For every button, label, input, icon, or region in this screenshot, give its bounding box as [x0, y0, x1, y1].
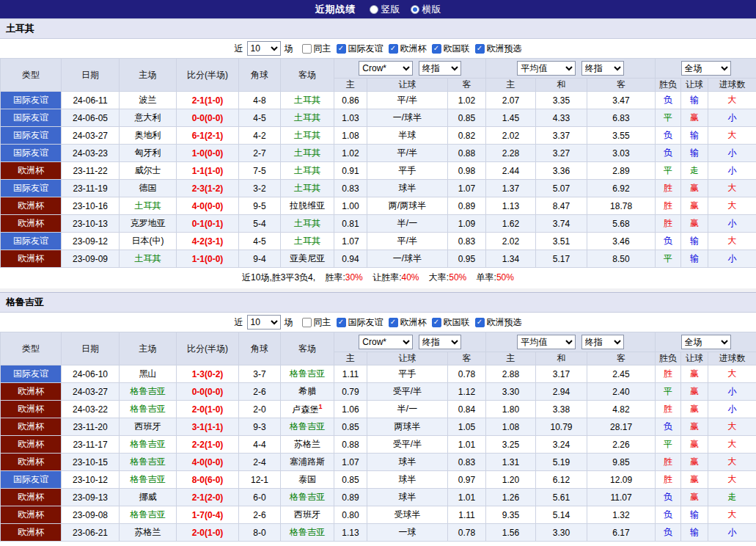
recent-count-select[interactable]: 10 — [247, 41, 281, 56]
league-type-cell: 国际友谊 — [1, 233, 62, 250]
score-cell[interactable]: 8-0(6-0) — [177, 471, 239, 489]
score-cell[interactable]: 0-1(0-1) — [177, 215, 239, 233]
euro-final-odds-select[interactable]: 终指 — [581, 61, 624, 76]
home-team-cell: 格鲁吉亚 — [120, 454, 177, 471]
score-cell[interactable]: 4-0(0-0) — [177, 454, 239, 471]
euro-final-odds-select[interactable]: 终指 — [581, 335, 624, 349]
euro-away-odds-cell: 11.07 — [587, 489, 656, 506]
score-cell[interactable]: 1-1(0-0) — [177, 250, 239, 268]
away-team-cell: 土耳其 — [281, 109, 334, 127]
layout-radio-option[interactable]: 竖版 — [370, 3, 400, 16]
result-wdl-cell: 负 — [656, 233, 681, 250]
score-cell[interactable]: 3-1(1-1) — [177, 418, 239, 436]
score-cell[interactable]: 4-2(3-1) — [177, 233, 239, 250]
corner-cell: 2-6 — [239, 383, 281, 401]
filter-option[interactable]: 同主 — [302, 316, 331, 329]
handicap-home-odds-cell: 1.07 — [334, 454, 367, 471]
filter-option[interactable]: 欧国联 — [432, 316, 470, 329]
corner-cell: 4-8 — [239, 92, 281, 109]
col-header-date: 日期 — [62, 332, 120, 365]
match-row: 欧洲杯24-03-22格鲁吉亚2-0(1-0)2-0卢森堡11.06半/一0.8… — [1, 401, 756, 418]
handicap-home-odds-cell: 0.85 — [334, 418, 367, 436]
bookmaker-select[interactable]: Crow* — [359, 335, 413, 349]
checkbox-icon — [475, 318, 485, 327]
score-cell[interactable]: 1-1(1-0) — [177, 162, 239, 180]
euro-away-odds-cell: 3.47 — [587, 92, 656, 109]
euro-away-odds-cell: 28.17 — [587, 418, 656, 436]
score-cell[interactable]: 0-0(0-0) — [177, 109, 239, 127]
handicap-home-odds-cell: 1.02 — [334, 145, 367, 162]
euro-away-odds-cell: 2.26 — [587, 436, 656, 454]
filter-option[interactable]: 国际友谊 — [337, 43, 383, 55]
league-type-cell: 国际友谊 — [1, 180, 62, 197]
filter-option-label: 国际友谊 — [348, 43, 383, 55]
away-team-cell: 格鲁吉亚 — [281, 365, 334, 383]
score-cell[interactable]: 2-0(1-0) — [177, 524, 239, 542]
filter-option[interactable]: 同主 — [302, 43, 331, 55]
handicap-home-odds-cell: 0.86 — [334, 92, 367, 109]
result-handicap-cell: 输 — [681, 233, 708, 250]
match-row: 国际友谊24-03-23匈牙利1-0(0-0)2-7土耳其1.02平/半0.88… — [1, 145, 756, 162]
col-header-type: 类型 — [1, 59, 62, 92]
league-type-cell: 欧洲杯 — [1, 524, 62, 542]
filter-option[interactable]: 欧国联 — [432, 43, 470, 55]
handicap-home-odds-cell: 0.80 — [334, 506, 367, 524]
handicap-away-odds-cell: 1.09 — [448, 215, 486, 233]
score-cell[interactable]: 1-3(0-2) — [177, 365, 239, 383]
result-wdl-cell: 负 — [656, 524, 681, 542]
average-odds-select[interactable]: 平均值 — [517, 61, 576, 76]
score-cell[interactable]: 0-0(0-0) — [177, 383, 239, 401]
score-cell[interactable]: 2-1(1-0) — [177, 92, 239, 109]
match-scope-select[interactable]: 全场 — [681, 61, 731, 76]
filter-option[interactable]: 国际友谊 — [337, 316, 383, 329]
filter-option[interactable]: 欧洲杯 — [389, 43, 427, 55]
euro-draw-odds-cell: 8.47 — [536, 197, 587, 215]
subcol-euro-away: 客 — [587, 352, 656, 365]
handicap-away-odds-cell: 0.88 — [448, 145, 486, 162]
euro-draw-odds-cell: 3.37 — [536, 127, 587, 145]
score-cell[interactable]: 4-0(0-0) — [177, 197, 239, 215]
away-team-cell: 格鲁吉亚 — [281, 524, 334, 542]
filter-option-label: 欧洲预选 — [487, 43, 522, 55]
match-scope-select[interactable]: 全场 — [681, 335, 731, 349]
recent-count-select[interactable]: 10 — [247, 315, 281, 330]
result-handicap-cell: 输 — [681, 524, 708, 542]
corner-cell: 4-2 — [239, 127, 281, 145]
result-goals-cell: 大 — [708, 127, 756, 145]
layout-radio-option[interactable]: 横版 — [411, 3, 441, 16]
euro-away-odds-cell: 8.50 — [587, 250, 656, 268]
league-type-cell: 国际友谊 — [1, 145, 62, 162]
filter-option[interactable]: 欧洲预选 — [475, 316, 522, 329]
filter-option[interactable]: 欧洲杯 — [389, 316, 427, 329]
team-name-header: 土耳其 — [0, 18, 756, 39]
away-team-cell: 泰国 — [281, 471, 334, 489]
filter-option[interactable]: 欧洲预选 — [475, 43, 522, 55]
corner-cell: 2-0 — [239, 401, 281, 418]
euro-home-odds-cell: 2.02 — [486, 127, 536, 145]
bookmaker-select[interactable]: Crow* — [359, 61, 413, 76]
score-cell[interactable]: 2-3(1-2) — [177, 180, 239, 197]
score-cell[interactable]: 1-7(0-4) — [177, 506, 239, 524]
score-cell[interactable]: 2-1(2-0) — [177, 489, 239, 506]
league-type-cell: 欧洲杯 — [1, 383, 62, 401]
handicap-final-odds-select[interactable]: 终指 — [419, 335, 461, 349]
average-odds-select[interactable]: 平均值 — [517, 335, 576, 349]
handicap-away-odds-cell: 1.01 — [448, 489, 486, 506]
score-cell[interactable]: 2-2(1-0) — [177, 436, 239, 454]
score-cell[interactable]: 6-1(2-1) — [177, 127, 239, 145]
match-row: 国际友谊23-09-12日本(中)4-2(3-1)4-5土耳其1.07平/半0.… — [1, 233, 756, 250]
away-team-cell: 土耳其 — [281, 92, 334, 109]
euro-home-odds-cell: 1.34 — [486, 250, 536, 268]
result-wdl-cell: 平 — [656, 109, 681, 127]
score-cell[interactable]: 2-0(1-0) — [177, 401, 239, 418]
radio-icon — [370, 5, 378, 14]
subcol-euro-away: 客 — [587, 79, 656, 92]
checkbox-icon — [389, 318, 398, 327]
result-goals-cell: 大 — [708, 92, 756, 109]
handicap-final-odds-select[interactable]: 终指 — [419, 61, 461, 76]
home-team-cell: 挪威 — [120, 489, 177, 506]
away-team-cell: 塞浦路斯 — [281, 454, 334, 471]
subcol-handicap-home: 主 — [334, 352, 367, 365]
handicap-line-cell: 球半 — [367, 471, 448, 489]
score-cell[interactable]: 1-0(0-0) — [177, 145, 239, 162]
